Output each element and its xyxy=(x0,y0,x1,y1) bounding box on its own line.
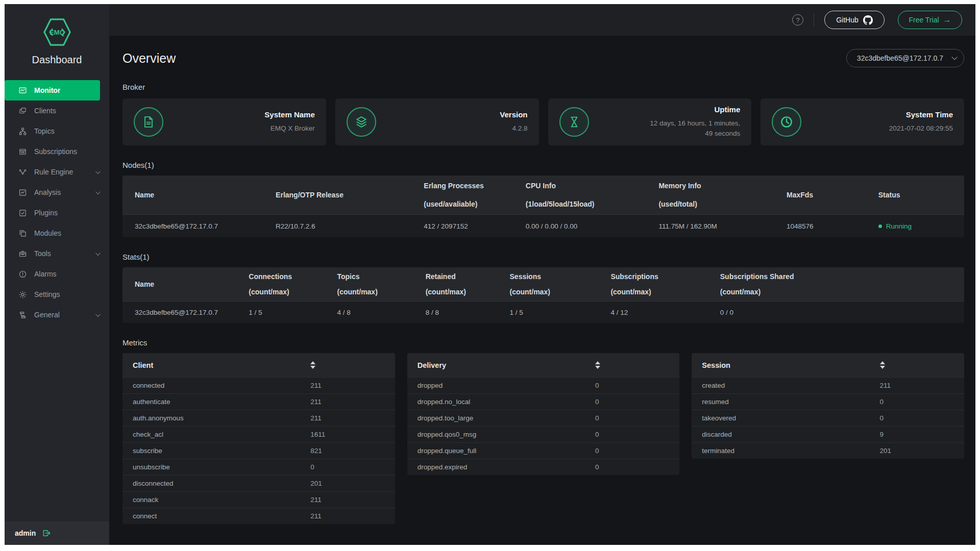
page-title: Overview xyxy=(122,51,176,66)
metric-name: check_acl xyxy=(122,431,310,438)
sort-icon[interactable] xyxy=(880,361,885,369)
column-subheader: (count/max) xyxy=(337,288,420,296)
card-title: System Name xyxy=(264,110,314,119)
sidebar-item-rule-engine[interactable]: Rule Engine xyxy=(5,162,109,182)
sidebar-item-label: Subscriptions xyxy=(34,147,77,156)
username: admin xyxy=(15,529,36,537)
metric-row: dropped.too_large0 xyxy=(407,410,680,426)
metric-value: 211 xyxy=(880,382,964,389)
sidebar-item-label: Settings xyxy=(34,290,60,298)
metric-value: 201 xyxy=(880,447,964,455)
metric-row: dropped0 xyxy=(407,377,680,393)
column-subheader: (used/avaliable) xyxy=(424,200,521,208)
sidebar-item-subscriptions[interactable]: Subscriptions xyxy=(5,141,109,162)
metric-value: 211 xyxy=(310,398,395,406)
general-icon xyxy=(18,310,27,319)
sidebar-item-tools[interactable]: Tools xyxy=(5,243,109,264)
settings-gear-icon xyxy=(18,290,27,299)
metric-row: subscribe821 xyxy=(122,442,395,459)
column-header: Name xyxy=(135,280,243,288)
metric-row: created211 xyxy=(692,377,964,393)
column-header: Erlang Processes xyxy=(424,182,521,190)
document-icon xyxy=(134,107,163,137)
sidebar-item-settings[interactable]: Settings xyxy=(5,284,109,305)
cell: 1048576 xyxy=(787,215,878,237)
sidebar: EMQ Dashboard Monitor Clients Topics Sub… xyxy=(5,4,109,545)
sidebar-item-label: General xyxy=(34,311,60,319)
metric-row: connected211 xyxy=(122,377,395,393)
tools-icon xyxy=(18,249,27,258)
column-header: CPU Info xyxy=(526,182,654,190)
sidebar-item-plugins[interactable]: Plugins xyxy=(5,203,109,223)
column-subheader: (count/max) xyxy=(610,288,715,296)
column-header: Retained xyxy=(426,272,505,281)
help-icon[interactable]: ? xyxy=(792,14,803,26)
metrics-table-delivery: Delivery dropped0 dropped.no_local0 drop… xyxy=(407,353,680,475)
stats-table: Name Connections(count/max) Topics(count… xyxy=(122,267,964,323)
free-trial-label: Free Trial xyxy=(909,16,939,24)
column-header: Subscriptions xyxy=(610,272,715,281)
column-header: Name xyxy=(135,191,271,199)
cell: 4 / 8 xyxy=(337,302,425,323)
metric-row: unsubscribe0 xyxy=(122,459,395,475)
metric-row: takeovered0 xyxy=(692,410,964,426)
metric-value: 0 xyxy=(595,398,679,406)
metrics-table-client: Client connected211 authenticate211 auth… xyxy=(122,353,395,524)
metric-name: dropped xyxy=(407,382,595,389)
topics-icon xyxy=(18,127,27,136)
modules-icon xyxy=(18,229,27,238)
cell: 111.75M / 162.90M xyxy=(658,215,787,237)
cell: 8 / 8 xyxy=(426,302,510,323)
metric-row: discarded9 xyxy=(692,426,964,442)
status-cell: Running xyxy=(878,215,964,237)
sidebar-item-general[interactable]: General xyxy=(5,305,109,325)
node-selector[interactable]: 32c3dbefbe65@172.17.0.7 xyxy=(846,49,964,67)
sidebar-item-label: Analysis xyxy=(34,188,61,196)
metric-name: disconnected xyxy=(122,480,310,487)
github-button[interactable]: GitHub xyxy=(824,11,885,29)
app-window: EMQ Dashboard Monitor Clients Topics Sub… xyxy=(5,4,975,545)
nodes-table-header: Name Erlang/OTP Release Erlang Processes… xyxy=(122,176,964,214)
app-title: Dashboard xyxy=(32,54,82,66)
chevron-down-icon xyxy=(95,312,101,317)
free-trial-button[interactable]: Free Trial → xyxy=(898,11,962,29)
nodes-table-row: 32c3dbefbe65@172.17.0.7 R22/10.7.2.6 412… xyxy=(122,214,964,237)
metric-row: connack211 xyxy=(122,491,395,508)
monitor-icon xyxy=(18,86,27,95)
metric-name: authenticate xyxy=(122,398,310,406)
metric-value: 211 xyxy=(310,414,395,422)
sidebar-item-label: Topics xyxy=(34,127,55,135)
plugins-icon xyxy=(18,208,27,217)
sidebar-item-modules[interactable]: Modules xyxy=(5,223,109,243)
sidebar-item-alarms[interactable]: Alarms xyxy=(5,264,109,284)
sidebar-item-label: Tools xyxy=(34,249,51,258)
cell: 412 / 2097152 xyxy=(424,215,526,237)
sidebar-item-topics[interactable]: Topics xyxy=(5,121,109,141)
sidebar-item-monitor[interactable]: Monitor xyxy=(5,80,100,101)
node-name-cell: 32c3dbefbe65@172.17.0.7 xyxy=(122,215,276,237)
metric-value: 211 xyxy=(310,382,395,389)
sidebar-item-label: Rule Engine xyxy=(34,168,73,176)
logout-icon[interactable] xyxy=(42,529,51,538)
metric-name: dropped.queue_full xyxy=(407,447,595,455)
chevron-down-icon xyxy=(951,54,957,60)
sidebar-item-analysis[interactable]: Analysis xyxy=(5,182,109,203)
metric-name: resumed xyxy=(692,398,879,406)
chevron-down-icon xyxy=(95,189,101,194)
topbar: ? GitHub Free Trial → xyxy=(109,4,975,36)
column-subheader: (1load/5load/15load) xyxy=(526,200,654,208)
metrics-table-header: Session xyxy=(692,353,964,377)
nodes-section-title: Nodes(1) xyxy=(122,161,964,169)
metric-row: dropped.queue_full0 xyxy=(407,442,680,459)
broker-cards: System Name EMQ X Broker Version 4.2.8 U… xyxy=(122,98,964,145)
card-title: Uptime xyxy=(643,105,740,114)
column-subheader: (count/max) xyxy=(249,288,332,296)
sidebar-item-clients[interactable]: Clients xyxy=(5,101,109,121)
github-octocat-icon xyxy=(863,15,873,25)
sidebar-item-label: Clients xyxy=(34,107,56,115)
metric-value: 821 xyxy=(310,447,395,455)
cell: 0 / 0 xyxy=(720,302,964,323)
sort-icon[interactable] xyxy=(595,361,600,369)
metric-value: 9 xyxy=(880,431,964,438)
sort-icon[interactable] xyxy=(310,361,315,369)
